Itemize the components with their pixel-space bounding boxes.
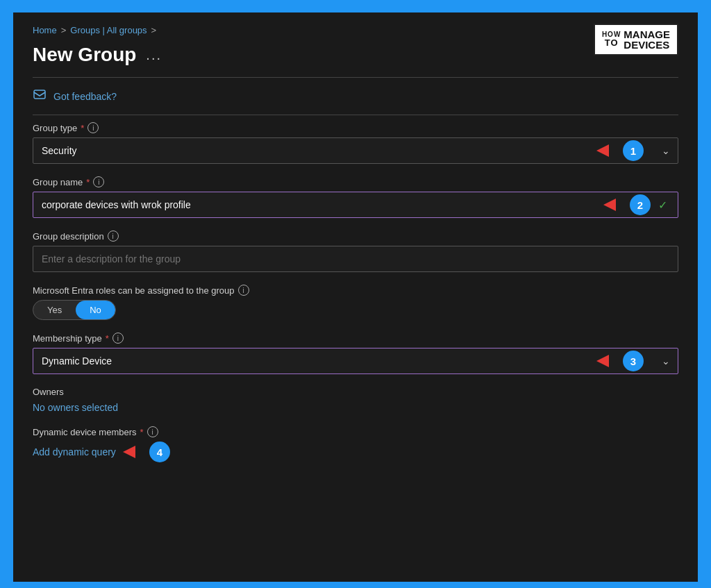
dynamic-members-field: Dynamic device members * i Add dynamic q…: [33, 426, 678, 462]
membership-type-select[interactable]: Assigned Dynamic User Dynamic Device: [33, 348, 678, 374]
feedback-text: Got feedback?: [53, 91, 117, 102]
breadcrumb-home[interactable]: Home: [33, 25, 57, 35]
more-options-button[interactable]: ...: [146, 47, 162, 63]
dynamic-members-row: Add dynamic query 4: [33, 442, 678, 462]
group-type-select-wrapper: Security Microsoft 365 ⌄: [33, 137, 678, 164]
group-type-field: Group type * i Security Microsoft 365 ⌄: [33, 122, 678, 164]
dynamic-members-label-text: Dynamic device members: [33, 427, 137, 437]
dynamic-members-required: *: [140, 427, 144, 437]
group-name-input[interactable]: [33, 192, 678, 218]
group-description-info-icon[interactable]: i: [108, 230, 119, 242]
group-description-label-text: Group description: [33, 231, 104, 242]
svg-rect-0: [34, 90, 45, 99]
membership-type-label: Membership type * i: [33, 333, 678, 344]
feedback-icon: [33, 87, 47, 105]
dynamic-members-info-icon[interactable]: i: [147, 426, 158, 437]
breadcrumb-sep1: >: [61, 25, 67, 35]
group-description-input-wrapper: [33, 246, 678, 272]
membership-type-select-wrapper: Assigned Dynamic User Dynamic Device ⌄: [33, 348, 678, 374]
group-name-check-icon: ✓: [658, 199, 667, 212]
entra-roles-label: Microsoft Entra roles can be assigned to…: [33, 285, 678, 296]
entra-roles-yes-button[interactable]: Yes: [33, 301, 76, 319]
group-type-info-icon[interactable]: i: [87, 122, 99, 133]
membership-type-field: Membership type * i Assigned Dynamic Use…: [33, 333, 678, 374]
owners-label-text: Owners: [33, 387, 64, 397]
group-type-select[interactable]: Security Microsoft 365: [33, 137, 678, 164]
page-title: New Group: [33, 44, 136, 66]
group-type-label: Group type * i: [33, 122, 678, 133]
badge-4: 4: [149, 442, 170, 462]
group-type-label-text: Group type: [33, 123, 77, 133]
dynamic-members-label: Dynamic device members * i: [33, 426, 678, 437]
logo-devices: DEVICES: [624, 40, 670, 50]
membership-type-required: *: [106, 333, 109, 344]
entra-roles-toggle-group: Yes No: [33, 300, 116, 320]
group-name-info-icon[interactable]: i: [93, 176, 104, 187]
arrow-4-icon: [123, 446, 135, 458]
owners-label: Owners: [33, 387, 678, 397]
group-description-label: Group description i: [33, 230, 678, 242]
owners-link[interactable]: No owners selected: [33, 402, 118, 413]
group-type-select-row: Security Microsoft 365 ⌄ 1: [33, 137, 678, 164]
entra-roles-field: Microsoft Entra roles can be assigned to…: [33, 285, 678, 320]
add-dynamic-query-link[interactable]: Add dynamic query: [33, 446, 116, 457]
annotation-4: 4: [123, 442, 170, 462]
group-type-required: *: [81, 123, 84, 133]
logo: HOW TO MANAGE DEVICES: [594, 24, 678, 56]
breadcrumb-groups[interactable]: Groups | All groups: [70, 25, 147, 35]
entra-roles-info-icon[interactable]: i: [238, 285, 249, 296]
logo-to: TO: [605, 38, 619, 48]
owners-field: Owners No owners selected: [33, 387, 678, 414]
membership-type-label-text: Membership type: [33, 333, 102, 344]
group-name-field: Group name * i 2 ✓: [33, 176, 678, 218]
group-name-required: *: [86, 177, 90, 187]
form-area: Group type * i Security Microsoft 365 ⌄: [13, 115, 698, 496]
group-description-field: Group description i: [33, 230, 678, 272]
entra-roles-no-button[interactable]: No: [76, 301, 115, 319]
group-name-label-text: Group name: [33, 177, 83, 187]
group-name-label: Group name * i: [33, 176, 678, 187]
logo-manage: MANAGE: [624, 29, 670, 40]
group-name-input-wrapper: 2 ✓: [33, 192, 678, 218]
membership-type-select-row: Assigned Dynamic User Dynamic Device ⌄ 3: [33, 348, 678, 374]
breadcrumb-sep2: >: [151, 25, 157, 35]
group-description-input[interactable]: [33, 246, 678, 272]
feedback-bar[interactable]: Got feedback?: [13, 78, 698, 115]
membership-type-info-icon[interactable]: i: [112, 333, 124, 344]
entra-roles-label-text: Microsoft Entra roles can be assigned to…: [33, 285, 235, 296]
